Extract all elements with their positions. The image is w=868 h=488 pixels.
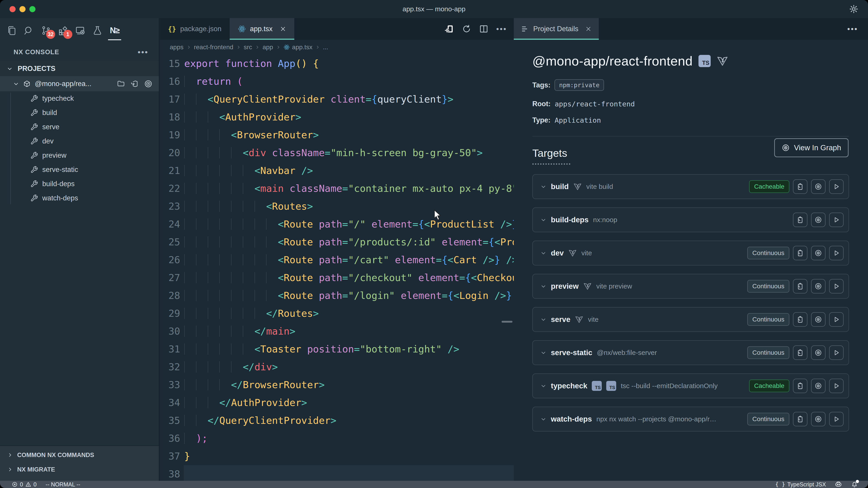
open-project-details-icon[interactable] (444, 24, 454, 34)
run-target-icon[interactable] (829, 246, 844, 260)
goto-file-icon[interactable] (130, 79, 138, 88)
target-card-serve-static[interactable]: serve-static @nx/web:file-server Continu… (532, 340, 849, 365)
tab-package-json[interactable]: {} package.json (160, 18, 230, 40)
code-line: 27 <Route path="/checkout" element={<Che… (160, 269, 514, 287)
sidebar-project-row[interactable]: @mono-app/rea... (0, 76, 159, 91)
sidebar-target-preview[interactable]: preview (0, 148, 159, 162)
sidebar-target-build[interactable]: build (0, 105, 159, 120)
zoom-window-button[interactable] (29, 6, 35, 12)
breadcrumb-item[interactable]: app.tsx (283, 43, 312, 51)
sidebar-more-icon[interactable]: ••• (138, 51, 149, 53)
run-target-icon[interactable] (829, 412, 844, 426)
sidebar-target-label: preview (42, 151, 66, 160)
copy-task-icon[interactable] (793, 312, 807, 327)
run-target-icon[interactable] (829, 312, 844, 327)
panel-more-actions-icon[interactable]: ••• (847, 28, 868, 30)
target-card-dev[interactable]: dev vite Continuous (532, 240, 849, 265)
code-line: 26 <Route path="/cart" element={<Cart />… (160, 251, 514, 269)
target-card-serve[interactable]: serve vite Continuous (532, 307, 849, 332)
breadcrumb-item[interactable]: ... (323, 43, 328, 51)
view-target-graph-icon[interactable] (811, 180, 826, 194)
view-in-graph-button[interactable]: View In Graph (774, 138, 848, 157)
sidebar-target-serve-static[interactable]: serve-static (0, 162, 159, 177)
remote-explorer-icon[interactable] (74, 25, 86, 36)
run-target-icon[interactable] (829, 180, 844, 194)
chevron-down-icon[interactable] (540, 383, 546, 389)
view-target-graph-icon[interactable] (811, 213, 826, 227)
copy-task-icon[interactable] (793, 346, 807, 360)
chevron-down-icon[interactable] (540, 416, 546, 422)
run-target-icon[interactable] (829, 379, 844, 393)
copy-task-icon[interactable] (793, 246, 807, 260)
close-window-button[interactable] (9, 6, 16, 12)
sidebar-target-dev[interactable]: dev (0, 134, 159, 148)
copy-task-icon[interactable] (793, 180, 807, 194)
sidebar-target-serve[interactable]: serve (0, 120, 159, 134)
sidebar-target-build-deps[interactable]: build-deps (0, 177, 159, 191)
view-target-graph-icon[interactable] (811, 279, 826, 293)
line-number: 15 (160, 55, 180, 72)
copy-task-icon[interactable] (793, 213, 807, 227)
extensions-badge: 1 (63, 30, 72, 39)
run-target-icon[interactable] (829, 346, 844, 360)
breadcrumb-item[interactable]: apps (170, 43, 184, 51)
chevron-down-icon[interactable] (540, 250, 546, 256)
view-target-graph-icon[interactable] (811, 346, 826, 360)
projects-section-header[interactable]: PROJECTS (0, 61, 159, 76)
breadcrumb-item[interactable]: src (244, 43, 252, 51)
nx-console-icon[interactable]: N≥ (109, 25, 120, 36)
minimize-window-button[interactable] (20, 6, 26, 12)
settings-gear-icon[interactable] (849, 4, 859, 14)
chevron-down-icon[interactable] (540, 184, 546, 190)
target-card-watch-deps[interactable]: watch-deps npx nx watch --projects @mono… (532, 407, 849, 431)
language-mode[interactable]: { } TypeScript JSX (775, 481, 826, 488)
target-card-build-deps[interactable]: build-deps nx:noop (532, 207, 849, 232)
extensions-icon[interactable]: 1 (57, 25, 69, 36)
run-target-icon[interactable] (829, 279, 844, 293)
common-nx-commands-section[interactable]: COMMON NX COMMANDS (0, 448, 159, 462)
run-target-icon[interactable] (829, 213, 844, 227)
notifications-bell[interactable] (851, 481, 858, 488)
code-area[interactable]: 15export function App() {16 return (17 <… (160, 55, 514, 481)
view-target-graph-icon[interactable] (811, 412, 826, 426)
explorer-icon[interactable] (6, 25, 17, 36)
copy-task-icon[interactable] (793, 379, 807, 393)
breadcrumb-item[interactable]: app (262, 43, 273, 51)
tab-app-tsx[interactable]: app.tsx (230, 18, 294, 40)
target-card-typecheck[interactable]: typecheck TSTS tsc --build --emitDeclara… (532, 373, 849, 398)
close-panel-icon[interactable] (585, 26, 592, 32)
refresh-icon[interactable] (462, 24, 471, 34)
chevron-down-icon[interactable] (540, 283, 546, 289)
source-control-icon[interactable]: 32 (40, 25, 52, 36)
editor-more-actions-icon[interactable]: ••• (496, 28, 507, 30)
copy-task-icon[interactable] (793, 279, 807, 293)
breadcrumb-separator-icon (186, 45, 191, 50)
vim-mode-indicator[interactable]: -- NORMAL -- (46, 481, 80, 488)
tab-project-details[interactable]: Project Details (514, 18, 599, 40)
chevron-down-icon[interactable] (540, 350, 546, 356)
split-editor-icon[interactable] (479, 24, 489, 34)
copy-task-icon[interactable] (793, 412, 807, 426)
breadcrumb-item[interactable]: react-frontend (194, 43, 233, 51)
folder-icon[interactable] (117, 79, 125, 88)
line-number: 37 (160, 447, 180, 465)
chevron-down-icon[interactable] (540, 217, 546, 223)
nx-migrate-section[interactable]: NX MIGRATE (0, 462, 159, 477)
target-card-build[interactable]: build vite build Cacheable (532, 174, 849, 199)
search-icon[interactable] (23, 25, 34, 36)
view-target-graph-icon[interactable] (811, 379, 826, 393)
targets-heading-underline (532, 163, 570, 165)
scrollbar-thumb[interactable] (502, 321, 513, 323)
chevron-down-icon[interactable] (540, 317, 546, 322)
sidebar-target-watch-deps[interactable]: watch-deps (0, 191, 159, 205)
close-tab-icon[interactable] (280, 26, 286, 32)
target-icon[interactable] (144, 79, 153, 88)
copilot-icon[interactable] (835, 481, 842, 488)
testing-flask-icon[interactable] (92, 25, 103, 36)
view-target-graph-icon[interactable] (811, 312, 826, 327)
tag-pill: npm:private (555, 79, 604, 91)
target-card-preview[interactable]: preview vite preview Continuous (532, 274, 849, 299)
problems-indicator[interactable]: 0 0 (12, 481, 37, 488)
sidebar-target-typecheck[interactable]: typecheck (0, 91, 159, 105)
view-target-graph-icon[interactable] (811, 246, 826, 260)
